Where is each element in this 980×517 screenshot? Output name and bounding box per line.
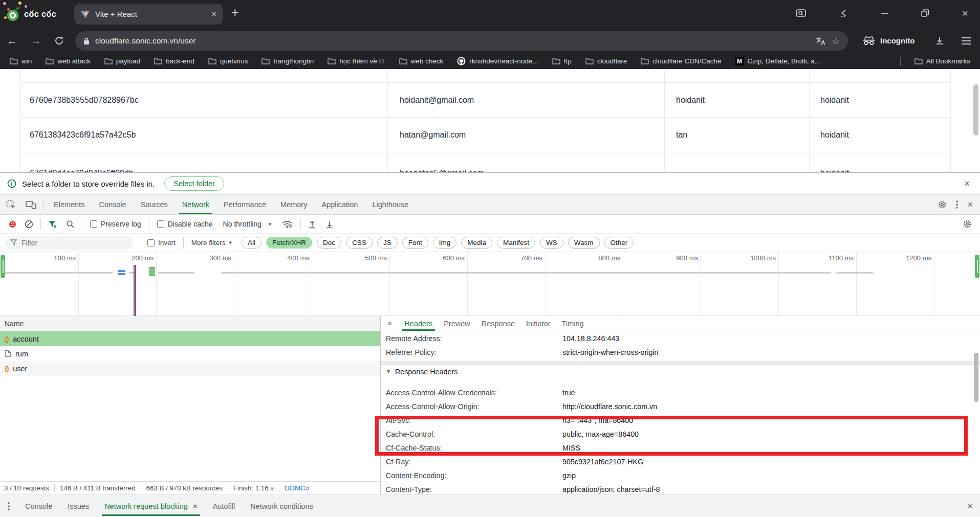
filter-pill-all[interactable]: All xyxy=(242,237,262,249)
back-icon[interactable]: ← xyxy=(0,35,24,47)
bookmark-item[interactable]: quetvirus xyxy=(208,57,248,65)
drawer-tab-issues[interactable]: Issues xyxy=(60,495,97,517)
details-tab-headers[interactable]: Headers xyxy=(399,316,438,331)
bookmark-item[interactable]: web attack xyxy=(46,57,91,65)
search-icon[interactable] xyxy=(61,220,79,229)
tab-close-icon[interactable]: × xyxy=(211,10,216,18)
more-filters-select[interactable]: More filters▾ xyxy=(191,239,232,246)
devtools-settings-icon[interactable] xyxy=(933,200,951,209)
filter-pill-img[interactable]: Img xyxy=(433,237,457,249)
bookmark-item-mk[interactable]: MGzip, Deflate, Brotli, a... xyxy=(735,57,821,65)
network-overview-timeline[interactable]: 100 ms 200 ms 300 ms 400 ms 500 ms 600 m… xyxy=(0,252,980,316)
infobar-close-icon[interactable]: × xyxy=(961,178,973,189)
downloads-icon[interactable] xyxy=(930,36,949,46)
response-headers-section[interactable]: ▼ Response Headers xyxy=(381,365,980,378)
filter-pill-manifest[interactable]: Manifest xyxy=(497,237,535,249)
record-icon[interactable] xyxy=(9,221,16,228)
filter-pill-other[interactable]: Other xyxy=(604,237,634,249)
tab-lighthouse[interactable]: Lighthouse xyxy=(365,195,416,214)
drawer-tab-network-conditions[interactable]: Network conditions xyxy=(243,495,321,517)
page-scrollbar[interactable] xyxy=(973,84,978,136)
request-row-rum[interactable]: rum xyxy=(0,346,380,361)
bookmark-item[interactable]: payload xyxy=(104,57,140,65)
clear-icon[interactable] xyxy=(20,220,38,229)
details-scrollbar[interactable] xyxy=(974,353,978,402)
new-tab-button[interactable]: + xyxy=(231,5,239,20)
request-row-account[interactable]: {} account xyxy=(0,331,380,346)
bookmark-item[interactable]: học thêm về IT xyxy=(328,57,385,65)
select-folder-button[interactable]: Select folder xyxy=(164,176,224,191)
import-har-icon[interactable] xyxy=(303,220,321,229)
minimize-icon[interactable] xyxy=(877,12,893,14)
details-tab-response[interactable]: Response xyxy=(476,316,520,331)
disable-cache-checkbox[interactable]: Disable cache xyxy=(157,220,213,228)
forward-icon[interactable]: → xyxy=(24,35,48,47)
invert-checkbox[interactable]: Invert xyxy=(147,239,176,246)
tab-application[interactable]: Application xyxy=(314,195,365,214)
close-window-icon[interactable]: × xyxy=(957,7,973,19)
filter-pill-doc[interactable]: Doc xyxy=(317,237,341,249)
device-toolbar-icon[interactable] xyxy=(21,200,41,209)
details-tab-initiator[interactable]: Initiator xyxy=(520,316,556,331)
drawer-tab-close-icon[interactable]: × xyxy=(193,502,198,510)
details-tab-timing[interactable]: Timing xyxy=(556,316,590,331)
translate-icon[interactable] xyxy=(816,37,826,45)
network-settings-icon[interactable] xyxy=(958,219,975,229)
export-har-icon[interactable] xyxy=(321,220,338,229)
address-bar[interactable]: cloudflare.sonic.com.vn/user ☆ xyxy=(75,31,848,51)
all-bookmarks-button[interactable]: All Bookmarks xyxy=(914,57,970,65)
drawer-tab-autofill[interactable]: Autofill xyxy=(205,495,243,517)
bookmark-item[interactable]: back-end xyxy=(154,57,194,65)
overview-right-handle[interactable] xyxy=(975,255,979,278)
filter-pill-font[interactable]: Font xyxy=(402,237,428,249)
close-details-icon[interactable]: × xyxy=(381,319,399,328)
drawer-close-icon[interactable]: × xyxy=(964,501,980,512)
drawer-tab-network-request-blocking[interactable]: Network request blocking × xyxy=(97,495,205,517)
preserve-log-checkbox[interactable]: Preserve log xyxy=(90,220,141,228)
drawer-tab-console[interactable]: Console xyxy=(17,495,60,517)
session-restore-icon[interactable] xyxy=(834,9,853,17)
devtools-close-icon[interactable]: × xyxy=(963,199,980,210)
filter-pill-ws[interactable]: WS xyxy=(540,237,563,249)
bookmark-item[interactable]: cloudflare CDN/Cache xyxy=(641,57,721,65)
tab-elements[interactable]: Elements xyxy=(47,195,92,214)
checkbox-icon[interactable] xyxy=(147,239,155,246)
url-text[interactable]: cloudflare.sonic.com.vn/user xyxy=(95,36,810,46)
tab-network[interactable]: Network xyxy=(175,195,216,214)
filter-pill-css[interactable]: CSS xyxy=(346,237,373,249)
tab-console[interactable]: Console xyxy=(92,195,133,214)
menu-icon[interactable] xyxy=(957,37,975,44)
bookmark-item[interactable]: trangthongtin xyxy=(262,57,314,65)
lock-icon[interactable] xyxy=(83,37,90,45)
restore-window-icon[interactable] xyxy=(917,9,934,17)
browser-tab[interactable]: Vite + React × xyxy=(74,4,223,25)
bookmark-item[interactable]: web check xyxy=(399,57,444,65)
request-list-header[interactable]: Name xyxy=(0,316,380,331)
tab-search-icon[interactable] xyxy=(791,9,811,17)
bookmark-star-icon[interactable]: ☆ xyxy=(832,35,840,47)
devtools-kebab-icon[interactable] xyxy=(951,200,963,209)
filter-pill-fetchxhr[interactable]: Fetch/XHR xyxy=(266,237,312,249)
throttling-select[interactable]: No throttling▾ xyxy=(223,220,272,228)
drawer-kebab-icon[interactable] xyxy=(0,502,17,510)
filter-pill-media[interactable]: Media xyxy=(461,237,492,249)
reload-icon[interactable] xyxy=(48,36,70,46)
bookmark-item[interactable]: win xyxy=(10,57,32,65)
bookmark-item-github[interactable]: rkrishdev/react-node... xyxy=(457,57,538,65)
checkbox-icon[interactable] xyxy=(157,220,164,228)
filter-pill-js[interactable]: JS xyxy=(377,237,398,249)
request-row-user[interactable]: {} user xyxy=(0,361,380,376)
network-conditions-icon[interactable] xyxy=(277,219,298,229)
filter-funnel-icon[interactable] xyxy=(43,220,61,228)
bookmark-item[interactable]: cloudflare xyxy=(585,57,627,65)
filter-input[interactable] xyxy=(5,236,133,250)
checkbox-icon[interactable] xyxy=(90,220,97,228)
overview-left-handle[interactable] xyxy=(1,255,5,278)
tab-performance[interactable]: Performance xyxy=(216,195,273,214)
inspect-element-icon[interactable] xyxy=(0,200,21,210)
tab-memory[interactable]: Memory xyxy=(273,195,314,214)
filter-pill-wasm[interactable]: Wasm xyxy=(568,237,600,249)
details-tab-preview[interactable]: Preview xyxy=(438,316,476,331)
bookmark-item[interactable]: ftp xyxy=(552,57,572,65)
tab-sources[interactable]: Sources xyxy=(134,195,175,214)
